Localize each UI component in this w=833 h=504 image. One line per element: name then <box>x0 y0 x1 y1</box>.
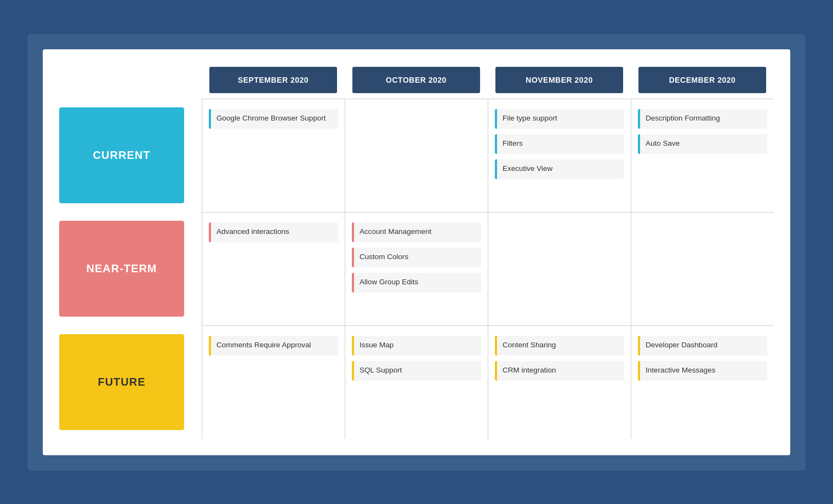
feature-card: Filters <box>495 134 624 154</box>
feature-card: File type support <box>495 109 624 129</box>
cell-near-term-0: Advanced interactions <box>202 213 345 325</box>
cell-future-2: Content SharingCRM integration <box>488 326 631 439</box>
feature-card: Google Chrome Browser Support <box>209 109 338 129</box>
row-label-cell-near-term: NEAR-TERM <box>59 212 202 325</box>
cell-near-term-3 <box>631 213 774 325</box>
feature-card: Interactive Messages <box>638 361 767 381</box>
feature-card: SQL Support <box>352 361 481 381</box>
cell-future-0: Comments Require Approval <box>202 326 345 439</box>
rows-container: CURRENTGoogle Chrome Browser SupportFile… <box>59 99 774 439</box>
cell-current-2: File type supportFiltersExecutive View <box>488 99 631 212</box>
feature-text: Comments Require Approval <box>216 340 311 351</box>
header-cells: SEPTEMBER 2020OCTOBER 2020NOVEMBER 2020D… <box>202 66 774 94</box>
feature-card: Custom Colors <box>352 248 481 267</box>
feature-text: Custom Colors <box>360 252 408 262</box>
feature-card: Advanced interactions <box>209 222 338 242</box>
feature-card: Allow Group Edits <box>352 273 481 293</box>
feature-text: Filters <box>503 139 523 149</box>
row-label-cell-future: FUTURE <box>59 325 202 439</box>
feature-text: Interactive Messages <box>646 365 716 376</box>
header-cell-wrap-sep: SEPTEMBER 2020 <box>202 66 345 94</box>
feature-text: File type support <box>503 113 557 124</box>
row-data-future: Comments Require ApprovalIssue MapSQL Su… <box>202 325 774 439</box>
cell-current-1 <box>345 99 488 212</box>
cell-near-term-2 <box>488 213 631 325</box>
feature-card: CRM integration <box>495 361 624 381</box>
header-cell-wrap-dec: DECEMBER 2020 <box>631 66 774 94</box>
header-cell-nov: NOVEMBER 2020 <box>495 67 623 93</box>
feature-text: Executive View <box>503 164 552 174</box>
feature-text: Content Sharing <box>503 340 556 351</box>
header-row: SEPTEMBER 2020OCTOBER 2020NOVEMBER 2020D… <box>59 66 774 94</box>
header-cell-oct: OCTOBER 2020 <box>352 67 480 93</box>
cell-future-1: Issue MapSQL Support <box>345 326 488 439</box>
row-block-current: CURRENTGoogle Chrome Browser SupportFile… <box>59 99 774 212</box>
header-cell-wrap-nov: NOVEMBER 2020 <box>488 66 631 94</box>
header-spacer <box>59 66 202 94</box>
feature-card: Description Formatting <box>638 109 767 129</box>
feature-card: Content Sharing <box>495 336 624 356</box>
row-block-future: FUTUREComments Require ApprovalIssue Map… <box>59 325 774 439</box>
row-label-current: CURRENT <box>59 107 184 203</box>
feature-card: Account Management <box>352 222 481 242</box>
row-data-current: Google Chrome Browser SupportFile type s… <box>202 99 774 212</box>
feature-text: Description Formatting <box>646 113 720 124</box>
feature-text: Google Chrome Browser Support <box>216 113 326 124</box>
inner-container: SEPTEMBER 2020OCTOBER 2020NOVEMBER 2020D… <box>43 49 790 455</box>
header-cell-wrap-oct: OCTOBER 2020 <box>345 66 488 94</box>
cell-current-3: Description FormattingAuto Save <box>631 99 774 212</box>
feature-text: Auto Save <box>646 139 680 149</box>
feature-text: Advanced interactions <box>216 227 289 237</box>
row-block-near-term: NEAR-TERMAdvanced interactionsAccount Ma… <box>59 212 774 325</box>
feature-text: Account Management <box>360 227 431 237</box>
cell-near-term-1: Account ManagementCustom ColorsAllow Gro… <box>345 213 488 325</box>
cell-current-0: Google Chrome Browser Support <box>202 99 345 212</box>
feature-card: Developer Dashboard <box>638 336 767 356</box>
feature-text: Issue Map <box>360 340 393 351</box>
row-data-near-term: Advanced interactionsAccount ManagementC… <box>202 212 774 325</box>
feature-text: Developer Dashboard <box>646 340 717 351</box>
cell-future-3: Developer DashboardInteractive Messages <box>631 326 774 439</box>
feature-text: Allow Group Edits <box>360 277 418 288</box>
header-cell-sep: SEPTEMBER 2020 <box>209 67 337 93</box>
row-label-future: FUTURE <box>59 334 184 430</box>
feature-card: Comments Require Approval <box>209 336 338 356</box>
row-label-near-term: NEAR-TERM <box>59 221 184 317</box>
feature-card: Issue Map <box>352 336 481 356</box>
outer-container: SEPTEMBER 2020OCTOBER 2020NOVEMBER 2020D… <box>27 34 806 471</box>
feature-text: SQL Support <box>360 365 402 376</box>
feature-text: CRM integration <box>503 365 556 376</box>
feature-card: Auto Save <box>638 134 767 154</box>
row-label-cell-current: CURRENT <box>59 99 202 212</box>
header-cell-dec: DECEMBER 2020 <box>638 67 766 93</box>
feature-card: Executive View <box>495 159 624 179</box>
